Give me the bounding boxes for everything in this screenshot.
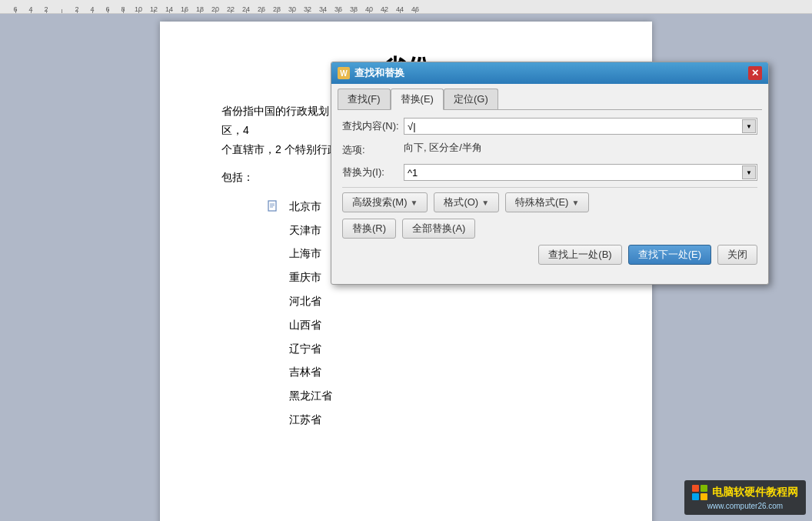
watermark-url: www.computer26.com	[692, 502, 798, 510]
list-item-text: 吉林省	[289, 360, 321, 384]
ruler-tick: 6	[100, 5, 115, 13]
windows-logo-icon	[692, 485, 707, 500]
replace-content-row: 替换为(I): ▼	[342, 164, 757, 181]
navigation-buttons: 查找上一处(B) 查找下一处(E) 关闭	[342, 245, 757, 265]
dropdown-arrow-icon: ▼	[571, 199, 579, 207]
document-icon	[268, 199, 283, 214]
find-content-row: 查找内容(N): ▼	[342, 118, 757, 135]
win-tile-blue	[692, 493, 699, 500]
list-item-text: 辽宁省	[289, 337, 321, 361]
list-item: 江苏省	[268, 408, 591, 432]
dialog-titlebar: W 查找和替换 ✕	[331, 62, 768, 84]
replace-button[interactable]: 替换(R)	[342, 219, 396, 239]
ruler-tick: 44	[392, 5, 408, 13]
win-tile-yellow	[701, 493, 707, 500]
watermark: 电脑软硬件教程网 www.computer26.com	[684, 480, 806, 515]
find-input-dropdown[interactable]: ▼	[742, 119, 756, 133]
dialog-close-button[interactable]: ✕	[748, 66, 762, 80]
ruler: 6 4 2 2 4 6 8 10 12 14 16 18 20 22 24 26…	[0, 0, 812, 14]
dialog-divider	[342, 187, 757, 188]
ruler-tick: 28	[269, 5, 285, 13]
ruler-tick: 24	[238, 5, 254, 13]
win-tile-red	[692, 485, 699, 492]
ruler-tick: 16	[177, 5, 192, 13]
list-item: 辽宁省	[268, 337, 591, 361]
dropdown-arrow-icon: ▼	[481, 199, 489, 207]
ruler-tick: 4	[85, 5, 100, 13]
ruler-tick: 32	[300, 5, 315, 13]
ruler-tick: 40	[361, 5, 377, 13]
list-item: 黑龙江省	[268, 384, 591, 408]
ruler-tick: 36	[331, 5, 346, 13]
advanced-search-button[interactable]: 高级搜索(M) ▼	[342, 192, 428, 212]
dialog-title-left: W 查找和替换	[338, 66, 404, 80]
replace-buttons-row: 替换(R) 全部替换(A)	[342, 219, 757, 239]
ruler-tick: 30	[285, 5, 300, 13]
list-bullet-icon	[268, 365, 283, 380]
dialog-tabs: 查找(F) 替换(E) 定位(G)	[331, 84, 768, 109]
replace-content-input[interactable]	[404, 164, 757, 181]
options-label: 选项:	[342, 143, 404, 157]
watermark-logo: 电脑软硬件教程网	[692, 485, 798, 500]
ruler-tick: 22	[223, 5, 238, 13]
list-item: 山西省	[268, 313, 591, 337]
tab-find[interactable]: 查找(F)	[338, 89, 391, 109]
replace-input-wrapper: ▼	[404, 164, 757, 181]
list-item-text: 黑龙江省	[289, 384, 332, 408]
list-item: 吉林省	[268, 360, 591, 384]
ruler-tick: 42	[377, 5, 392, 13]
ruler-tick: 34	[315, 5, 331, 13]
find-input-wrapper: ▼	[404, 118, 757, 135]
ruler-tick: 46	[408, 5, 423, 13]
dialog-body: 查找内容(N): ▼ 选项: 向下, 区分全/半角 替换为(I): ▼ 高级搜索…	[331, 110, 768, 272]
list-bullet-icon	[268, 317, 283, 332]
ruler-marks: 6 4 2 2 4 6 8 10 12 14 16 18 20 22 24 26…	[0, 0, 423, 13]
list-item-text: 北京市	[289, 195, 321, 219]
list-bullet-icon	[268, 293, 283, 309]
tab-goto[interactable]: 定位(G)	[444, 89, 498, 109]
close-button[interactable]: 关闭	[717, 245, 757, 265]
find-content-input[interactable]	[404, 118, 757, 135]
list-bullet-icon	[268, 389, 283, 404]
ruler-tick: 20	[208, 5, 223, 13]
ruler-tick: 4	[23, 5, 38, 13]
list-item-text: 天津市	[289, 219, 321, 242]
list-item-text: 上海市	[289, 242, 321, 266]
list-bullet-icon	[268, 412, 283, 427]
list-bullet-icon	[268, 270, 283, 286]
ruler-tick: 14	[161, 5, 177, 13]
ruler-tick: 6	[8, 5, 23, 13]
advanced-buttons-row: 高级搜索(M) ▼ 格式(O) ▼ 特殊格式(E) ▼	[342, 192, 757, 212]
format-button[interactable]: 格式(O) ▼	[434, 192, 499, 212]
options-value: 向下, 区分全/半角	[404, 141, 482, 155]
win-tile-green	[701, 485, 707, 492]
list-item: 河北省	[268, 289, 591, 313]
replace-label: 替换为(I):	[342, 165, 404, 179]
replace-all-button[interactable]: 全部替换(A)	[402, 219, 475, 239]
find-prev-button[interactable]: 查找上一处(B)	[538, 245, 621, 265]
tab-replace[interactable]: 替换(E)	[391, 89, 444, 110]
ruler-tick: 18	[192, 5, 208, 13]
dialog-title-text: 查找和替换	[354, 66, 404, 80]
ruler-tick: 8	[115, 5, 131, 13]
list-item-text: 重庆市	[289, 266, 321, 289]
ruler-tick: 2	[38, 5, 54, 13]
list-bullet-icon	[268, 246, 283, 262]
find-content-label: 查找内容(N):	[342, 119, 404, 133]
special-format-button[interactable]: 特殊格式(E) ▼	[505, 192, 589, 212]
options-row: 选项: 向下, 区分全/半角	[342, 141, 757, 159]
ruler-tick: 2	[69, 5, 85, 13]
list-item-text: 山西省	[289, 313, 321, 337]
list-bullet-icon	[268, 341, 283, 356]
ruler-tick: 38	[346, 5, 361, 13]
ruler-tick: 26	[254, 5, 269, 13]
list-item-text: 江苏省	[289, 408, 321, 432]
list-item-text: 河北省	[289, 289, 321, 313]
ruler-tick: 12	[146, 5, 161, 13]
dialog-app-icon: W	[338, 67, 350, 79]
replace-input-dropdown[interactable]: ▼	[742, 165, 756, 179]
ruler-tick: 10	[131, 5, 146, 13]
find-next-button[interactable]: 查找下一处(E)	[628, 245, 711, 265]
list-bullet-icon	[268, 222, 283, 238]
find-replace-dialog: W 查找和替换 ✕ 查找(F) 替换(E) 定位(G) 查找内容(N): ▼ 选…	[331, 62, 769, 285]
